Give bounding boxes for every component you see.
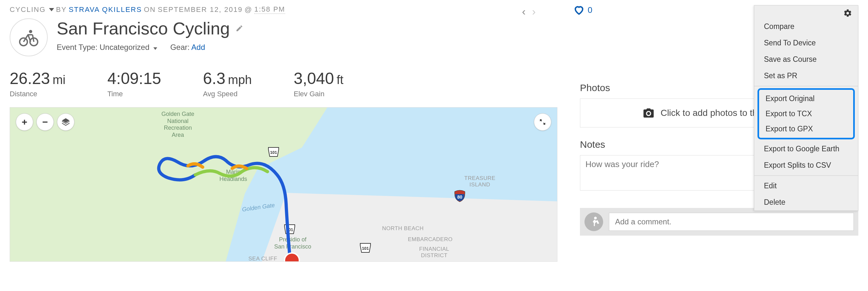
menu-compare[interactable]: Compare	[754, 18, 858, 35]
map-label-northbeach: NORTH BEACH	[382, 225, 424, 232]
map-fullscreen-button[interactable]	[534, 113, 551, 131]
highway-shield-101-icon: 101	[360, 242, 371, 254]
menu-edit[interactable]: Edit	[754, 178, 858, 194]
map-label-ggnra: Golden GateNationalRecreationArea	[161, 111, 194, 138]
settings-menu: Compare Send To Device Save as Course Se…	[754, 5, 858, 211]
prev-activity-button[interactable]: ‹	[522, 5, 526, 18]
gear-icon[interactable]	[843, 9, 852, 18]
menu-export-highlight: Export Original Export to TCX Export to …	[757, 88, 855, 139]
at-symbol: @	[245, 5, 252, 14]
by-label: BY	[56, 5, 67, 14]
svg-text:101: 101	[286, 227, 293, 232]
gear-section: Gear: Add	[170, 43, 205, 52]
runner-icon	[587, 215, 600, 228]
event-type-value: Uncategorized	[99, 43, 150, 52]
interstate-shield-80-icon: 80	[453, 190, 466, 202]
elev-unit: ft	[337, 73, 343, 87]
highway-shield-101-icon: 101	[284, 223, 296, 235]
avgspeed-label: Avg Speed	[203, 90, 252, 98]
map-label-headlands: MarinHeadlands	[219, 169, 247, 183]
activity-date: SEPTEMBER 12, 2019	[158, 5, 242, 14]
gear-add-link[interactable]: Add	[191, 43, 205, 52]
expand-icon	[539, 119, 546, 126]
elev-label: Elev Gain	[294, 90, 343, 98]
activity-type-dropdown[interactable]: CYCLING	[10, 5, 54, 14]
svg-text:101: 101	[362, 246, 369, 251]
elev-value: 3,040	[294, 69, 334, 88]
comment-input[interactable]	[609, 213, 854, 231]
svg-point-7	[594, 217, 597, 219]
activity-icon	[10, 18, 48, 56]
activity-map[interactable]: Golden GateNationalRecreationArea MarinH…	[10, 107, 557, 262]
camera-icon	[643, 107, 655, 119]
layers-icon	[61, 118, 70, 127]
time-label: Time	[107, 90, 161, 98]
map-label-financial: FINANCIALDISTRICT	[419, 246, 449, 259]
map-label-seacliff: SEA CLIFF	[248, 256, 277, 262]
stat-distance: 26.23mi Distance	[10, 69, 65, 98]
user-link[interactable]: STRAVA QKILLERS	[69, 5, 142, 14]
menu-export-gpx[interactable]: Export to GPX	[759, 121, 853, 136]
menu-send-to-device[interactable]: Send To Device	[754, 35, 858, 51]
caret-down-icon	[153, 47, 157, 50]
menu-export-original[interactable]: Export Original	[759, 91, 853, 106]
distance-label: Distance	[10, 90, 65, 98]
map-label-goldengate: Golden Gate	[242, 202, 275, 214]
menu-set-as-pr[interactable]: Set as PR	[754, 68, 858, 84]
comment-bar	[580, 208, 858, 236]
edit-title-button[interactable]	[236, 25, 243, 32]
svg-point-2	[29, 30, 32, 33]
comment-avatar	[585, 213, 603, 231]
distance-unit: mi	[53, 73, 65, 87]
next-activity-button[interactable]: ›	[532, 5, 535, 18]
stat-time: 4:09:15 Time	[107, 69, 161, 98]
svg-text:101: 101	[270, 150, 277, 155]
avgspeed-value: 6.3	[203, 69, 225, 88]
activity-title: San Francisco Cycling	[57, 18, 230, 38]
activity-meta: CYCLING BY STRAVA QKILLERS ON SEPTEMBER …	[10, 5, 564, 14]
svg-text:80: 80	[457, 194, 462, 200]
map-zoom-out-button[interactable]: −	[36, 113, 54, 131]
highway-shield-101-icon: 101	[268, 146, 279, 158]
activity-time[interactable]: 1:58 PM	[254, 5, 285, 14]
menu-export-google-earth[interactable]: Export to Google Earth	[754, 141, 858, 157]
caret-down-icon	[49, 8, 54, 11]
map-label-embarcadero: EMBARCADERO	[408, 236, 453, 243]
menu-export-tcx[interactable]: Export to TCX	[759, 106, 853, 121]
menu-delete[interactable]: Delete	[754, 194, 858, 211]
stats-row: 26.23mi Distance 4:09:15 Time 6.3mph Avg…	[10, 69, 564, 98]
avgspeed-unit: mph	[228, 73, 252, 87]
event-type-label: Event Type:	[57, 43, 97, 52]
map-zoom-in-button[interactable]: +	[16, 113, 33, 131]
on-label: ON	[144, 5, 156, 14]
menu-export-splits-csv[interactable]: Export Splits to CSV	[754, 157, 858, 173]
stat-elevation: 3,040ft Elev Gain	[294, 69, 343, 98]
map-layers-button[interactable]	[57, 113, 74, 131]
distance-value: 26.23	[10, 69, 50, 88]
time-value: 4:09:15	[107, 69, 161, 88]
gear-label: Gear:	[170, 43, 189, 52]
menu-save-as-course[interactable]: Save as Course	[754, 51, 858, 68]
event-type-selector[interactable]: Event Type: Uncategorized	[57, 43, 157, 52]
activity-nav: ‹ ›	[522, 5, 536, 18]
stat-avgspeed: 6.3mph Avg Speed	[203, 69, 252, 98]
map-label-presidio: Presidio ofSan Francisco	[274, 236, 311, 250]
activity-type-label: CYCLING	[10, 5, 46, 14]
map-label-treasure: TREASUREISLAND	[464, 175, 496, 188]
cycling-icon	[19, 27, 39, 47]
